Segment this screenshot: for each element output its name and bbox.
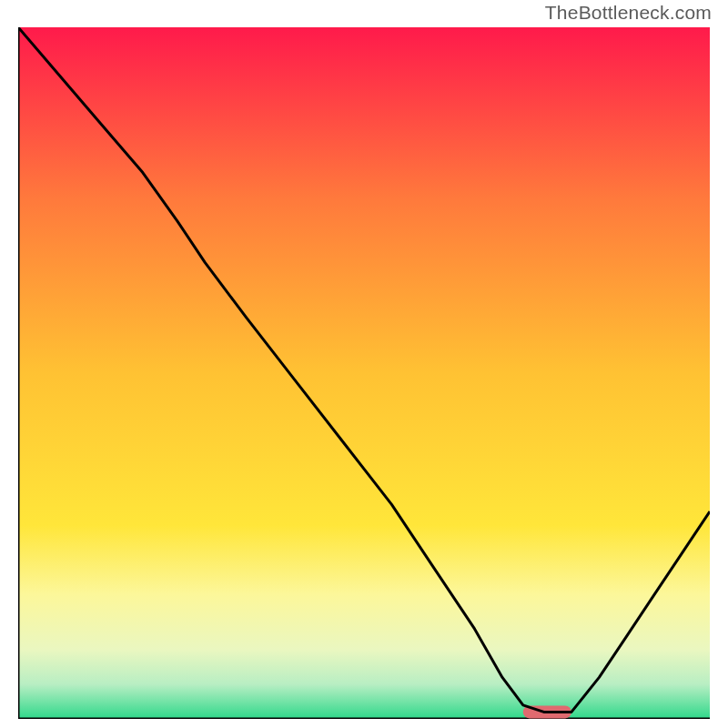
chart-svg bbox=[18, 27, 710, 719]
watermark-text: TheBottleneck.com bbox=[545, 2, 712, 24]
bottleneck-chart bbox=[18, 27, 710, 719]
chart-background bbox=[18, 27, 710, 719]
